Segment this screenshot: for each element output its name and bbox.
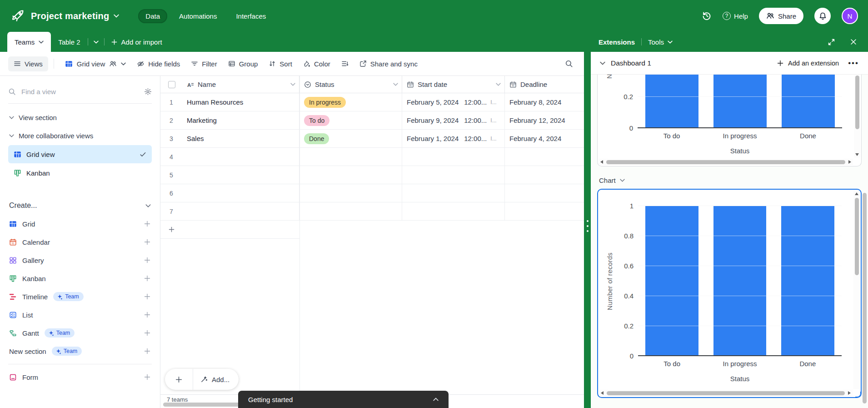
hide-fields-button[interactable]: Hide fields [131,56,185,71]
create-item-kanban[interactable]: Kanban [8,269,152,287]
cell-start-date[interactable] [402,166,505,184]
add-view-plus-icon[interactable] [144,348,151,355]
create-section-header[interactable]: Create... [8,196,152,215]
cell-status[interactable] [299,202,402,220]
add-row-button[interactable] [160,221,584,239]
cell-name[interactable] [182,202,299,220]
row-number[interactable]: 4 [160,148,182,166]
base-title-chevron-down-icon[interactable] [114,14,119,18]
column-header-status[interactable]: Status [299,76,402,93]
create-item-new-section[interactable]: New sectionTeam [8,342,152,360]
views-button[interactable]: Views [8,56,48,71]
sidebar-section-view-section[interactable]: View section [8,108,152,126]
horizontal-scrollbar[interactable] [599,390,853,396]
cell-deadline[interactable]: February 8, 2024 [505,93,584,111]
filter-button[interactable]: Filter [185,56,222,71]
create-item-gallery[interactable]: Gallery [8,251,152,269]
cell-deadline[interactable]: February 4, 2024 [505,130,584,147]
row-number[interactable]: 3 [160,130,182,147]
dashboard-title-group[interactable]: Dashboard 1 [600,59,651,67]
chevron-down-icon[interactable] [39,40,44,44]
cell-start-date[interactable]: February 9, 202412:00...I... [402,111,505,129]
add-record-plus-button[interactable] [165,369,193,390]
chart-type-dropdown[interactable]: Chart [599,176,860,184]
row-height-button[interactable] [336,56,354,71]
cell-deadline[interactable] [505,184,584,202]
cell-start-date[interactable] [402,148,505,166]
app-logo-rocket-icon[interactable] [11,9,25,23]
getting-started-bar[interactable]: Getting started [238,391,449,408]
search-icon[interactable] [562,57,576,71]
cell-name[interactable] [182,184,299,202]
notifications-button[interactable] [814,8,831,24]
cell-status[interactable]: In progress [299,93,402,111]
add-view-plus-icon[interactable] [144,238,151,246]
cell-name[interactable] [182,148,299,166]
cell-name[interactable]: Human Resources [182,93,299,111]
add-view-plus-icon[interactable] [144,293,151,300]
add-view-plus-icon[interactable] [144,220,151,227]
add-view-plus-icon[interactable] [144,329,151,337]
expand-panel-icon[interactable] [828,38,835,46]
add-an-extension-button[interactable]: Add an extension [777,60,839,67]
cell-name[interactable]: Sales [182,130,299,147]
add-with-ai-button[interactable]: Add... [193,376,239,383]
row-number[interactable]: 1 [160,93,182,111]
share-and-sync-button[interactable]: Share and sync [354,56,423,71]
cell-status[interactable]: To do [299,111,402,129]
cell-name[interactable] [182,166,299,184]
cell-deadline[interactable] [505,202,584,220]
drag-handle-dots[interactable] [587,220,589,232]
row-number[interactable]: 6 [160,184,182,202]
nav-tab-interfaces[interactable]: Interfaces [229,9,273,23]
gear-icon[interactable] [144,88,152,96]
cell-status[interactable] [299,148,402,166]
more-options-icon[interactable]: ••• [848,61,859,65]
column-header-name[interactable]: A Name [182,76,299,93]
avatar[interactable]: N [842,8,858,24]
chevron-down-icon[interactable] [496,83,501,86]
add-view-plus-icon[interactable] [144,311,151,318]
sidebar-section-more-collaborative-views[interactable]: More collaborative views [8,126,152,145]
color-button[interactable]: Color [298,56,336,71]
row-number[interactable]: 2 [160,111,182,129]
tools-menu[interactable]: Tools [648,38,673,46]
chevron-down-icon[interactable] [290,83,295,86]
cell-start-date[interactable]: February 1, 202412:00...I... [402,130,505,147]
cell-start-date[interactable] [402,184,505,202]
create-item-grid[interactable]: Grid [8,215,152,233]
chevron-down-icon[interactable] [393,83,398,86]
cell-status[interactable] [299,166,402,184]
create-item-timeline[interactable]: TimelineTeam [8,287,152,306]
add-or-import-button[interactable]: Add or import [105,32,169,52]
cell-deadline[interactable] [505,148,584,166]
row-number[interactable]: 5 [160,166,182,184]
cell-start-date[interactable] [402,202,505,220]
resize-handle[interactable] [855,392,862,398]
sort-button[interactable]: Sort [263,56,298,71]
table-tab-table2[interactable]: Table 2 [51,32,87,52]
cell-deadline[interactable] [505,166,584,184]
sidebar-view-grid-view[interactable]: Grid view [8,145,152,163]
cell-status[interactable]: Done [299,130,402,147]
help-button[interactable]: ? Help [723,12,748,20]
nav-tab-data[interactable]: Data [138,9,167,23]
create-item-gantt[interactable]: GanttTeam [8,324,152,342]
row-number[interactable]: 7 [160,202,182,220]
cell-start-date[interactable]: February 5, 202412:00...I... [402,93,505,111]
column-header-start-date[interactable]: 31 Start date [402,76,505,93]
chart-extension-card-top[interactable]: Number of records00.20.40.60.81To doIn p… [597,75,862,166]
add-view-plus-icon[interactable] [144,257,151,264]
column-header-deadline[interactable]: 31 Deadline [505,76,584,93]
table-tab-teams[interactable]: Teams [7,32,51,52]
select-all-checkbox[interactable] [168,81,175,88]
group-button[interactable]: Group [223,56,264,71]
current-view-button[interactable]: Grid view [60,56,132,71]
create-item-form[interactable]: Form [8,368,152,386]
create-item-calendar[interactable]: 31Calendar [8,233,152,251]
add-view-plus-icon[interactable] [144,373,151,381]
share-button[interactable]: Share [759,8,803,24]
table-list-chevron-down-icon[interactable] [88,32,104,52]
panel-resize-strip[interactable] [584,52,591,408]
sidebar-view-kanban[interactable]: Kanban [8,164,152,182]
